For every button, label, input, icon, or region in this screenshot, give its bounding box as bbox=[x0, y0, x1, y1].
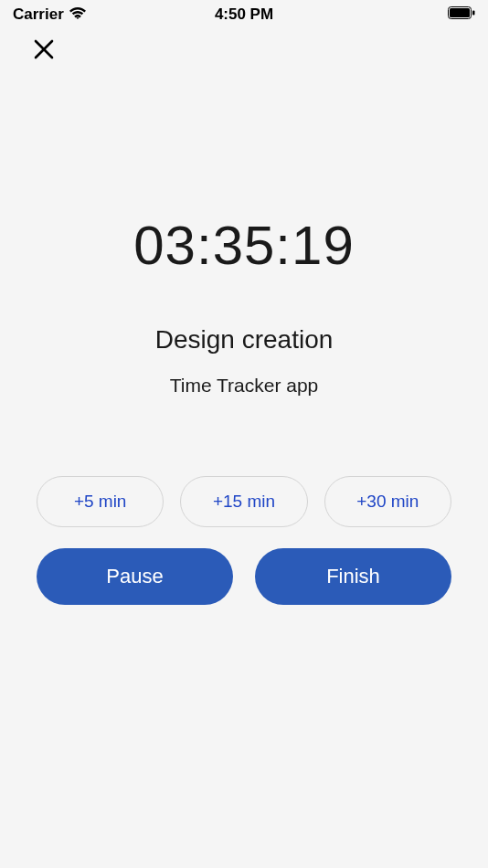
pause-button[interactable]: Pause bbox=[37, 548, 233, 605]
add-30min-button[interactable]: +30 min bbox=[324, 476, 451, 527]
finish-label: Finish bbox=[326, 565, 380, 588]
status-time: 4:50 PM bbox=[215, 5, 273, 24]
timer-display: 03:35:19 bbox=[0, 214, 488, 277]
status-bar: Carrier 4:50 PM bbox=[0, 0, 488, 26]
add-5min-button[interactable]: +5 min bbox=[37, 476, 164, 527]
wifi-icon bbox=[69, 5, 86, 24]
pause-label: Pause bbox=[106, 565, 163, 588]
action-row: Pause Finish bbox=[37, 548, 451, 605]
task-title: Design creation bbox=[0, 325, 488, 355]
status-left: Carrier bbox=[13, 5, 86, 24]
svg-rect-1 bbox=[450, 8, 470, 17]
add-15min-button[interactable]: +15 min bbox=[180, 476, 307, 527]
status-right bbox=[448, 5, 475, 24]
add-time-row: +5 min +15 min +30 min bbox=[37, 476, 451, 527]
battery-icon bbox=[448, 5, 475, 24]
svg-rect-2 bbox=[472, 11, 475, 16]
close-icon bbox=[34, 39, 54, 63]
add-15min-label: +15 min bbox=[213, 492, 275, 512]
finish-button[interactable]: Finish bbox=[255, 548, 451, 605]
close-button[interactable] bbox=[31, 38, 57, 64]
add-5min-label: +5 min bbox=[74, 492, 127, 512]
carrier-label: Carrier bbox=[13, 5, 64, 24]
app-label: Time Tracker app bbox=[0, 375, 488, 397]
add-30min-label: +30 min bbox=[356, 492, 419, 512]
